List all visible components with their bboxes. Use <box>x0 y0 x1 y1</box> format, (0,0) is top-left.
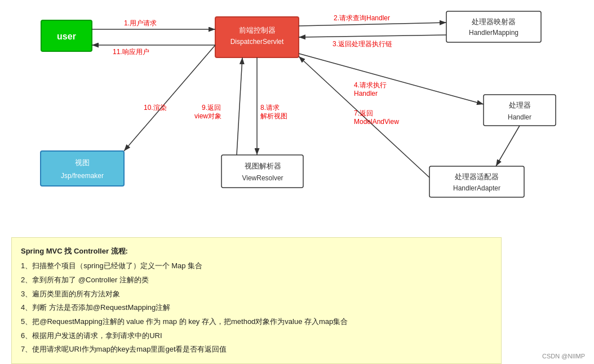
arrow-4-label: 4.请求执行 <box>354 81 387 89</box>
handler-mapping-node <box>446 11 541 42</box>
handler-adapter-node <box>429 166 524 197</box>
view-label1: 视图 <box>75 158 90 167</box>
handler-mapping-label1: 处理器映射器 <box>472 17 516 26</box>
handler-adapter-label2: HandlerAdapter <box>453 184 500 192</box>
view-resolver-label2: ViewResolver <box>242 174 283 182</box>
arrow-handler-to-adapter <box>496 126 520 166</box>
note-item: 5、把@RequestMapping注解的 value 作为 map 的 key… <box>21 315 492 329</box>
arrow-1-label: 1.用户请求 <box>124 19 157 27</box>
dispatcher-node <box>215 17 299 57</box>
arrow-4-to-handler <box>299 54 484 104</box>
note-item: 7、使用请求呢URI作为map的key去map里面get看是否有返回值 <box>21 343 492 357</box>
handler-mapping-label2: HandlerMapping <box>469 29 518 37</box>
handler-label2: Handler <box>508 113 531 121</box>
dispatcher-label2: DispatcherServlet <box>230 38 284 46</box>
view-resolver-label1: 视图解析器 <box>245 162 281 170</box>
handler-label1: 处理器 <box>509 101 531 109</box>
note-item: 3、遍历类里面的所有方法对象 <box>21 287 492 301</box>
dispatcher-label1: 前端控制器 <box>239 26 276 34</box>
note-items: 1、扫描整个项目（spring已经做了）定义一个 Map 集合2、拿到所有加了 … <box>21 259 492 357</box>
arrow-9-label: 9.返回 <box>202 104 221 112</box>
note-item: 1、扫描整个项目（spring已经做了）定义一个 Map 集合 <box>21 259 492 273</box>
arrow-8-label: 8.请求 <box>260 104 280 112</box>
arrow-3-label: 3.返回处理器执行链 <box>333 40 392 48</box>
view-node <box>41 151 124 186</box>
arrow-9 <box>237 57 242 155</box>
handler-adapter-label1: 处理器适配器 <box>455 172 499 181</box>
note-item: 2、拿到所有加了 @Controller 注解的类 <box>21 273 492 287</box>
arrow-2-label: 2.请求查询Handler <box>334 14 390 22</box>
arrow-4-label2: Handler <box>354 90 378 97</box>
note-title: Spring MVC 找 Controller 流程: <box>21 245 492 259</box>
note-area: Spring MVC 找 Controller 流程: 1、扫描整个项目（spr… <box>11 237 502 365</box>
diagram-area: user 前端控制器 DispatcherServlet 处理器映射器 Hand… <box>0 0 594 220</box>
arrow-7-label2: ModelAndView <box>354 118 399 126</box>
user-label: user <box>57 32 76 41</box>
arrow-7-label: 7.返回 <box>354 109 373 117</box>
note-item: 4、判断 方法是否添加@RequestMapping注解 <box>21 301 492 315</box>
arrow-3 <box>299 35 446 37</box>
main-container: user 前端控制器 DispatcherServlet 处理器映射器 Hand… <box>0 0 594 364</box>
arrow-2 <box>299 23 446 26</box>
note-item: 6、根据用户发送的请求，拿到请求中的URI <box>21 329 492 343</box>
architecture-diagram: user 前端控制器 DispatcherServlet 处理器映射器 Hand… <box>0 0 594 220</box>
arrow-10 <box>124 45 215 151</box>
view-label2: Jsp/freemaker <box>61 172 104 180</box>
view-resolver-node <box>221 155 303 188</box>
arrow-10-label: 10.渲染 <box>144 104 167 112</box>
watermark: CSDN @NIIMP <box>542 353 585 359</box>
arrow-11-label: 11.响应用户 <box>113 48 149 56</box>
arrow-9-label2: view对象 <box>194 112 221 120</box>
arrow-8-label2: 解析视图 <box>260 112 287 120</box>
